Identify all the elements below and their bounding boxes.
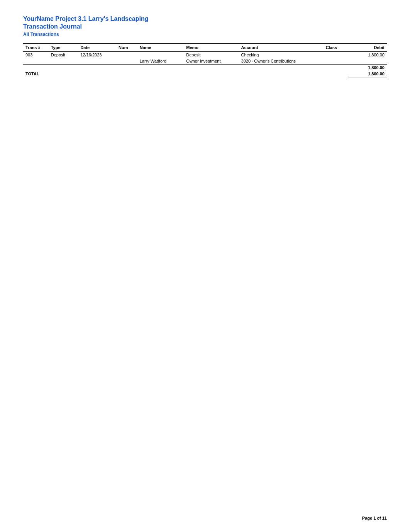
cell-memo: Deposit bbox=[184, 52, 239, 58]
transaction-table: Trans # Type Date Num Name Memo Account … bbox=[23, 43, 387, 78]
header-account: Account bbox=[239, 44, 324, 52]
header-trans: Trans # bbox=[23, 44, 49, 52]
header-type: Type bbox=[49, 44, 78, 52]
subtotal-row: 1,800.00 bbox=[23, 65, 387, 71]
total-label: TOTAL bbox=[23, 71, 349, 78]
total-row: TOTAL 1,800.00 bbox=[23, 71, 387, 78]
cell-name bbox=[137, 52, 184, 58]
cell-type bbox=[49, 58, 78, 65]
header-debit: Debit bbox=[349, 44, 387, 52]
cell-account: 3020 · Owner's Contributions bbox=[239, 58, 324, 65]
header-memo: Memo bbox=[184, 44, 239, 52]
cell-num bbox=[116, 52, 137, 58]
table-row: Larry Wadford Owner Investment 3020 · Ow… bbox=[23, 58, 387, 65]
cell-debit bbox=[349, 58, 387, 65]
table-header-row: Trans # Type Date Num Name Memo Account … bbox=[23, 44, 387, 52]
table-row: 903 Deposit 12/16/2023 Deposit Checking … bbox=[23, 52, 387, 58]
subtotal-debit: 1,800.00 bbox=[349, 65, 387, 71]
cell-name: Larry Wadford bbox=[137, 58, 184, 65]
cell-trans bbox=[23, 58, 49, 65]
cell-class bbox=[324, 58, 349, 65]
subtotal-spacer bbox=[23, 65, 349, 71]
cell-trans: 903 bbox=[23, 52, 49, 58]
header-name: Name bbox=[137, 44, 184, 52]
total-debit: 1,800.00 bbox=[349, 71, 387, 78]
report-title-line1: YourName Project 3.1 Larry's Landscaping bbox=[23, 15, 387, 22]
cell-account: Checking bbox=[239, 52, 324, 58]
cell-memo: Owner Investment bbox=[184, 58, 239, 65]
cell-date: 12/16/2023 bbox=[78, 52, 116, 58]
cell-debit: 1,800.00 bbox=[349, 52, 387, 58]
report-subtitle: All Transactions bbox=[23, 32, 387, 37]
cell-type: Deposit bbox=[49, 52, 78, 58]
cell-num bbox=[116, 58, 137, 65]
report-title-line2: Transaction Journal bbox=[23, 23, 387, 30]
cell-class bbox=[324, 52, 349, 58]
header-num: Num bbox=[116, 44, 137, 52]
page-footer: Page 1 of 11 bbox=[362, 516, 387, 520]
header-date: Date bbox=[78, 44, 116, 52]
report-header: YourName Project 3.1 Larry's Landscaping… bbox=[23, 15, 387, 37]
cell-date bbox=[78, 58, 116, 65]
header-class: Class bbox=[324, 44, 349, 52]
